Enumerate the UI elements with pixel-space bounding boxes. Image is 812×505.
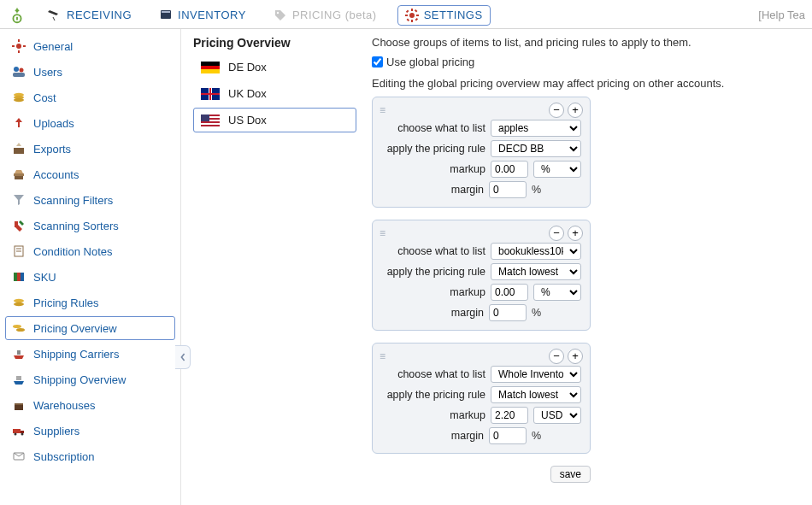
global-pricing-checkbox[interactable] — [372, 56, 383, 68]
margin-input[interactable] — [489, 181, 527, 198]
sidebar-item-label: Cost — [33, 91, 56, 104]
market-item-de[interactable]: DE Dox — [193, 55, 356, 79]
sidebar-item-label: General — [33, 40, 73, 53]
sidebar-item-sku[interactable]: SKU — [5, 265, 175, 289]
drag-handle-icon[interactable]: ≡ — [380, 350, 387, 362]
users-icon — [11, 64, 26, 79]
books-icon — [11, 269, 26, 285]
svg-rect-41 — [15, 403, 23, 405]
markup-input[interactable] — [491, 284, 528, 301]
tab-inventory[interactable]: INVENTORY — [152, 6, 253, 25]
main-layout: GeneralUsersCostUploadsExportsAccountsSc… — [0, 29, 812, 505]
sidebar-item-pricing-rules[interactable]: Pricing Rules — [5, 291, 175, 314]
margin-input[interactable] — [489, 427, 527, 444]
what-to-list-label: choose what to list — [397, 368, 485, 380]
pricing-rule-block: ≡−+choose what to listbookukless10kapply… — [372, 220, 591, 331]
svg-rect-32 — [17, 273, 21, 281]
sidebar-item-condition-notes[interactable]: Condition Notes — [5, 239, 175, 263]
svg-rect-17 — [12, 45, 15, 47]
tag-icon — [274, 9, 287, 22]
margin-input[interactable] — [489, 304, 527, 321]
what-to-list-select[interactable]: apples — [491, 120, 581, 137]
sidebar-item-label: Warehouses — [33, 399, 96, 412]
app-logo-icon — [7, 5, 27, 26]
sidebar-item-label: Pricing Overview — [33, 322, 117, 335]
pricing-rule-label: apply the pricing rule — [387, 266, 485, 278]
sidebar-item-scanning-sorters[interactable]: Scanning Sorters — [5, 214, 175, 238]
help-link[interactable]: [Help Tea — [758, 9, 805, 21]
tab-label: PRICING (beta) — [292, 9, 377, 21]
pricing-rule-select[interactable]: Match lowest — [491, 263, 581, 280]
remove-rule-button[interactable]: − — [549, 103, 564, 118]
market-item-label: UK Dox — [228, 87, 267, 100]
pricing-rule-block: ≡−+choose what to listapplesapply the pr… — [372, 97, 591, 208]
sidebar-item-label: Users — [33, 66, 62, 79]
sidebar-item-uploads[interactable]: Uploads — [5, 111, 175, 135]
warehouse-icon — [11, 397, 26, 413]
sidebar-item-warehouses[interactable]: Warehouses — [5, 393, 175, 417]
pricing-rule-select[interactable]: DECD BB — [491, 140, 581, 157]
pricing-rule-label: apply the pricing rule — [387, 389, 485, 401]
book-icon — [159, 9, 173, 22]
tab-label: INVENTORY — [178, 9, 246, 21]
sidebar-item-label: Accounts — [33, 168, 79, 181]
svg-point-34 — [14, 299, 24, 302]
svg-rect-25 — [14, 148, 24, 154]
markup-label: markup — [450, 163, 485, 175]
svg-rect-11 — [415, 17, 418, 21]
what-to-list-select[interactable]: bookukless10k — [491, 243, 581, 260]
upload-icon — [11, 115, 26, 131]
markup-unit-select[interactable]: % — [533, 284, 581, 301]
sidebar-item-general[interactable]: General — [5, 34, 175, 58]
intro-text: Choose groups of items to list, and pric… — [372, 36, 798, 49]
sidebar-item-shipping-overview[interactable]: Shipping Overview — [5, 367, 175, 391]
percent-symbol: % — [532, 307, 544, 319]
add-rule-button[interactable]: + — [568, 103, 583, 118]
sidebar-item-label: Suppliers — [33, 425, 79, 437]
what-to-list-select[interactable]: Whole Inventory — [491, 366, 581, 383]
tab-settings[interactable]: SETTINGS — [397, 5, 491, 26]
sidebar-item-label: Exports — [33, 143, 71, 156]
svg-point-19 — [14, 67, 19, 72]
sidebar-item-exports[interactable]: Exports — [5, 137, 175, 161]
add-rule-button[interactable]: + — [568, 349, 583, 364]
market-item-us[interactable]: US Dox — [193, 108, 356, 132]
remove-rule-button[interactable]: − — [549, 226, 564, 241]
sidebar-item-label: Pricing Rules — [33, 297, 99, 309]
add-rule-button[interactable]: + — [568, 226, 583, 241]
markup-unit-select[interactable]: USD — [533, 407, 581, 424]
sidebar-item-scanning-filters[interactable]: Scanning Filters — [5, 188, 175, 212]
global-pricing-row: Use global pricing — [372, 56, 798, 68]
svg-rect-15 — [18, 39, 20, 42]
svg-point-37 — [16, 328, 25, 332]
sidebar-item-pricing-overview[interactable]: Pricing Overview — [5, 316, 175, 340]
remove-rule-button[interactable]: − — [549, 349, 564, 364]
pricing-rule-select[interactable]: Match lowest — [491, 386, 581, 403]
sidebar-item-shipping-carriers[interactable]: Shipping Carriers — [5, 342, 175, 366]
drag-handle-icon[interactable]: ≡ — [380, 104, 387, 116]
sidebar-item-cost[interactable]: Cost — [5, 85, 175, 109]
market-item-uk[interactable]: UK Dox — [193, 81, 356, 106]
sidebar-item-label: Scanning Sorters — [33, 220, 119, 232]
sidebar-item-suppliers[interactable]: Suppliers — [5, 419, 175, 443]
svg-point-35 — [14, 302, 24, 306]
global-pricing-label: Use global pricing — [386, 56, 474, 68]
percent-symbol: % — [532, 430, 544, 442]
tab-receiving[interactable]: RECEIVING — [41, 6, 138, 25]
sidebar-collapse-handle[interactable] — [175, 345, 191, 369]
drag-handle-icon[interactable]: ≡ — [380, 227, 387, 239]
sidebar-item-subscription[interactable]: Subscription — [5, 444, 175, 468]
save-button[interactable]: save — [550, 466, 591, 483]
pricing-rule-block: ≡−+choose what to listWhole Inventoryapp… — [372, 343, 591, 454]
markup-input[interactable] — [491, 161, 528, 178]
svg-point-14 — [16, 44, 21, 49]
sidebar-item-users[interactable]: Users — [5, 60, 175, 84]
margin-label: margin — [451, 307, 484, 319]
markup-unit-select[interactable]: % — [533, 161, 581, 178]
sidebar-item-accounts[interactable]: Accounts — [5, 162, 175, 186]
markup-input[interactable] — [491, 407, 528, 424]
tab-pricing[interactable]: PRICING (beta) — [267, 6, 384, 25]
accounts-icon — [11, 167, 26, 182]
markup-label: markup — [450, 409, 485, 421]
svg-rect-7 — [411, 20, 413, 22]
